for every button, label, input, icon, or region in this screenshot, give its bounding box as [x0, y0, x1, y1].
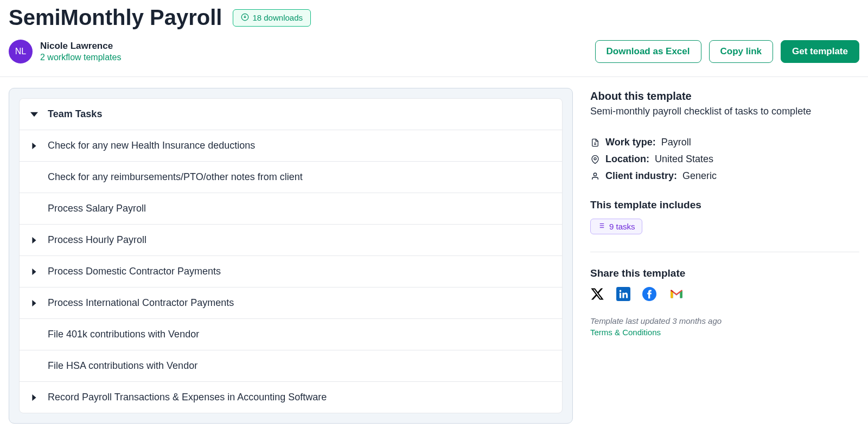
get-template-button[interactable]: Get template [781, 40, 859, 63]
task-title: Process International Contractor Payment… [48, 297, 234, 309]
industry-label: Client industry: [605, 170, 677, 182]
page-title: SemiMonthly Payroll [9, 5, 222, 30]
task-row[interactable]: Check for any new Health Insurance deduc… [20, 130, 562, 162]
author-row: NL Nicole Lawrence 2 workflow templates … [9, 40, 859, 63]
task-title: File 401k contributions with Vendor [48, 329, 199, 340]
terms-link[interactable]: Terms & Conditions [590, 328, 859, 337]
divider [590, 252, 859, 252]
author-text: Nicole Lawrence 2 workflow templates [40, 41, 121, 62]
meta-work-type: Work type: Payroll [590, 137, 859, 148]
task-row[interactable]: Record Payroll Transactions & Expenses i… [20, 382, 562, 413]
location-label: Location: [605, 154, 649, 165]
facebook-icon[interactable] [642, 287, 658, 302]
svg-point-3 [594, 157, 596, 159]
task-title: Process Hourly Payroll [48, 234, 146, 246]
work-type-label: Work type: [605, 137, 656, 148]
downloads-badge: 18 downloads [233, 9, 311, 27]
tasks-count-badge: 9 tasks [590, 219, 642, 234]
linkedin-icon[interactable] [616, 287, 631, 302]
task-row[interactable]: Process Hourly Payroll [20, 225, 562, 256]
tasks-panel: Team Tasks Check for any new Health Insu… [9, 88, 573, 424]
task-section-header[interactable]: Team Tasks [20, 99, 562, 130]
chevron-right-icon [30, 394, 38, 401]
gmail-icon[interactable] [668, 287, 684, 302]
about-title: About this template [590, 90, 859, 103]
task-list: Team Tasks Check for any new Health Insu… [19, 98, 563, 413]
task-title: Record Payroll Transactions & Expenses i… [48, 392, 327, 403]
copy-link-button[interactable]: Copy link [709, 40, 774, 63]
task-row[interactable]: File 401k contributions with Vendor [20, 319, 562, 350]
x-twitter-icon[interactable] [590, 287, 605, 302]
author-templates-link[interactable]: 2 workflow templates [40, 53, 121, 62]
avatar[interactable]: NL [9, 40, 33, 63]
work-type-value: Payroll [661, 137, 691, 148]
task-title: Check for any new Health Insurance deduc… [48, 140, 255, 151]
title-row: SemiMonthly Payroll 18 downloads [9, 5, 859, 30]
chevron-right-icon [30, 143, 38, 149]
main-content: Team Tasks Check for any new Health Insu… [0, 77, 868, 434]
task-section-title: Team Tasks [48, 108, 102, 120]
sidebar: About this template Semi-monthly payroll… [590, 88, 859, 424]
location-value: United States [655, 154, 713, 165]
task-row[interactable]: Process Domestic Contractor Payments [20, 256, 562, 287]
task-row[interactable]: File HSA contributions with Vendor [20, 350, 562, 382]
author-block: NL Nicole Lawrence 2 workflow templates [9, 40, 121, 63]
location-icon [590, 155, 600, 164]
person-icon [590, 171, 600, 181]
task-title: Process Domestic Contractor Payments [48, 266, 221, 277]
chevron-down-icon [30, 111, 38, 118]
last-updated: Template last updated 3 months ago [590, 316, 859, 325]
task-row[interactable]: Check for any reimbursements/PTO/other n… [20, 162, 562, 193]
industry-value: Generic [682, 170, 717, 182]
task-row[interactable]: Process International Contractor Payment… [20, 287, 562, 319]
author-name: Nicole Lawrence [40, 41, 121, 52]
tasks-count-text: 9 tasks [609, 222, 635, 231]
document-icon [590, 138, 600, 148]
page-header: SemiMonthly Payroll 18 downloads NL Nico… [0, 0, 868, 77]
includes-title: This template includes [590, 199, 859, 211]
about-description: Semi-monthly payroll checklist of tasks … [590, 106, 859, 117]
list-icon [597, 222, 605, 231]
chevron-right-icon [30, 269, 38, 275]
download-excel-button[interactable]: Download as Excel [595, 40, 701, 63]
meta-industry: Client industry: Generic [590, 170, 859, 182]
task-title: Check for any reimbursements/PTO/other n… [48, 171, 303, 183]
svg-point-4 [593, 173, 596, 176]
download-icon [241, 13, 249, 23]
task-title: File HSA contributions with Vendor [48, 360, 197, 372]
share-icons [590, 287, 859, 302]
action-buttons: Download as Excel Copy link Get template [595, 40, 860, 63]
share-title: Share this template [590, 267, 859, 279]
chevron-right-icon [30, 300, 38, 306]
chevron-right-icon [30, 237, 38, 244]
downloads-text: 18 downloads [252, 13, 303, 22]
task-row[interactable]: Process Salary Payroll [20, 193, 562, 225]
task-title: Process Salary Payroll [48, 203, 146, 214]
meta-location: Location: United States [590, 154, 859, 165]
